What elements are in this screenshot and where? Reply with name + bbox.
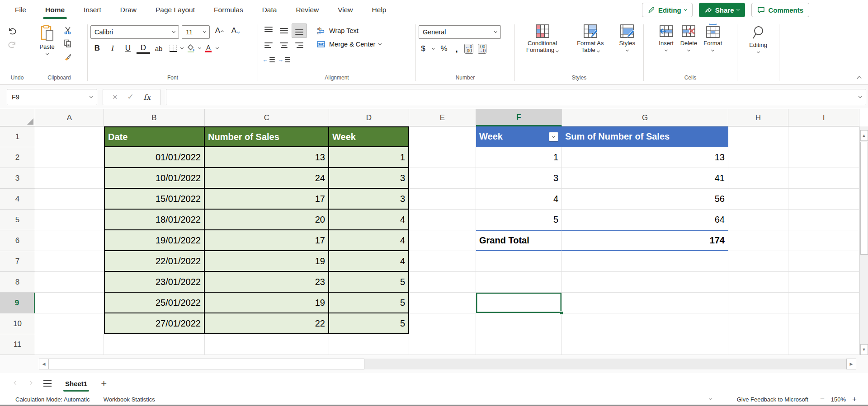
row-header-7[interactable]: 7 <box>0 251 35 272</box>
delete-cells-button[interactable]: Delete <box>679 23 699 52</box>
cell-G8[interactable] <box>562 272 728 293</box>
comma-style-button[interactable]: , <box>453 43 460 55</box>
underline-button[interactable]: U <box>121 42 135 54</box>
tab-data[interactable]: Data <box>253 0 287 20</box>
cell-A11[interactable] <box>35 334 104 355</box>
comments-button[interactable]: Comments <box>751 3 809 17</box>
font-color-button[interactable]: A <box>203 42 214 54</box>
cell-D7[interactable]: 4 <box>329 251 409 272</box>
cell-D2[interactable]: 1 <box>329 147 409 168</box>
col-header-E[interactable]: E <box>409 109 476 126</box>
decrease-indent-button[interactable]: ← <box>261 52 276 67</box>
cell-H11[interactable] <box>728 334 788 355</box>
tab-formulas[interactable]: Formulas <box>204 0 253 20</box>
paste-button[interactable]: Paste <box>34 23 60 62</box>
scroll-right-button[interactable]: ▶ <box>846 359 856 369</box>
cell-C5[interactable]: 20 <box>205 210 329 230</box>
scroll-down-button[interactable]: ▼ <box>860 344 868 355</box>
font-size-select[interactable]: 11 <box>182 25 210 39</box>
cell-B11[interactable] <box>104 334 205 355</box>
cell-E2[interactable] <box>409 147 476 168</box>
cell-B6[interactable]: 19/01/2022 <box>104 230 205 251</box>
row-header-2[interactable]: 2 <box>0 147 35 168</box>
cell-F6[interactable]: Grand Total <box>476 230 562 251</box>
row-header-3[interactable]: 3 <box>0 168 35 189</box>
cell-F4[interactable]: 4 <box>476 189 562 210</box>
cell-A7[interactable] <box>35 251 104 272</box>
cell-F2[interactable]: 1 <box>476 147 562 168</box>
cell-H9[interactable] <box>728 293 788 313</box>
accounting-format-button[interactable]: $ <box>419 43 428 55</box>
align-middle-button[interactable] <box>276 23 292 38</box>
cell-B9[interactable]: 25/01/2022 <box>104 293 205 313</box>
cell-I3[interactable] <box>788 168 859 189</box>
editing-menu-button[interactable]: Editing <box>747 23 769 54</box>
cut-button[interactable] <box>62 24 74 36</box>
format-cells-button[interactable]: Format <box>702 23 724 52</box>
tab-page-layout[interactable]: Page Layout <box>146 0 204 20</box>
cell-I7[interactable] <box>788 251 859 272</box>
cell-D11[interactable] <box>329 334 409 355</box>
bold-button[interactable]: B <box>90 42 104 54</box>
new-sheet-button[interactable]: + <box>95 373 112 394</box>
strikethrough-button[interactable]: ab <box>152 42 165 54</box>
cell-F1[interactable]: Week <box>476 126 562 147</box>
cell-D3[interactable]: 3 <box>329 168 409 189</box>
col-header-I[interactable]: I <box>788 109 859 126</box>
cell-B3[interactable]: 10/01/2022 <box>104 168 205 189</box>
cell-B7[interactable]: 22/01/2022 <box>104 251 205 272</box>
cell-H7[interactable] <box>728 251 788 272</box>
cell-F8[interactable] <box>476 272 562 293</box>
tab-help[interactable]: Help <box>363 0 396 20</box>
undo-button[interactable] <box>6 25 18 37</box>
cell-E10[interactable] <box>409 313 476 334</box>
cell-I2[interactable] <box>788 147 859 168</box>
cell-B4[interactable]: 15/01/2022 <box>104 189 205 210</box>
col-header-C[interactable]: C <box>205 109 329 126</box>
status-menu-chevron-icon[interactable] <box>709 397 712 400</box>
cell-I9[interactable] <box>788 293 859 313</box>
col-header-B[interactable]: B <box>104 109 205 126</box>
row-header-5[interactable]: 5 <box>0 210 35 230</box>
cell-I11[interactable] <box>788 334 859 355</box>
cell-A8[interactable] <box>35 272 104 293</box>
calculation-mode-status[interactable]: Calculation Mode: Automatic <box>15 396 90 403</box>
cell-G6[interactable]: 174 <box>562 230 728 251</box>
cell-D4[interactable]: 3 <box>329 189 409 210</box>
row-header-11[interactable]: 11 <box>0 334 35 355</box>
cell-D9[interactable]: 5 <box>329 293 409 313</box>
cell-E3[interactable] <box>409 168 476 189</box>
cell-D6[interactable]: 4 <box>329 230 409 251</box>
cell-D10[interactable]: 5 <box>329 313 409 334</box>
cell-C3[interactable]: 24 <box>205 168 329 189</box>
cell-E1[interactable] <box>409 126 476 147</box>
cell-C8[interactable]: 23 <box>205 272 329 293</box>
cell-A9[interactable] <box>35 293 104 313</box>
cell-F5[interactable]: 5 <box>476 210 562 230</box>
cell-H8[interactable] <box>728 272 788 293</box>
cell-D1[interactable]: Week <box>329 126 409 147</box>
cell-B10[interactable]: 27/01/2022 <box>104 313 205 334</box>
cell-G11[interactable] <box>562 334 728 355</box>
cell-B5[interactable]: 18/01/2022 <box>104 210 205 230</box>
cell-G10[interactable] <box>562 313 728 334</box>
cell-G4[interactable]: 56 <box>562 189 728 210</box>
align-left-button[interactable] <box>261 38 276 52</box>
cell-A3[interactable] <box>35 168 104 189</box>
col-header-H[interactable]: H <box>728 109 788 126</box>
vertical-scroll-thumb[interactable] <box>860 142 868 255</box>
tab-review[interactable]: Review <box>286 0 328 20</box>
tab-view[interactable]: View <box>328 0 362 20</box>
cell-C2[interactable]: 13 <box>205 147 329 168</box>
cell-H6[interactable] <box>728 230 788 251</box>
collapse-ribbon-icon[interactable] <box>857 76 862 81</box>
cell-H4[interactable] <box>728 189 788 210</box>
row-header-10[interactable]: 10 <box>0 313 35 334</box>
zoom-level[interactable]: 150% <box>831 396 846 403</box>
fill-handle[interactable] <box>560 311 563 315</box>
cancel-icon[interactable]: × <box>113 92 118 102</box>
col-header-G[interactable]: G <box>562 109 728 126</box>
increase-indent-button[interactable]: → <box>276 52 292 67</box>
sheet-tab-sheet1[interactable]: Sheet1 <box>59 373 94 394</box>
select-all-button[interactable] <box>0 109 35 126</box>
